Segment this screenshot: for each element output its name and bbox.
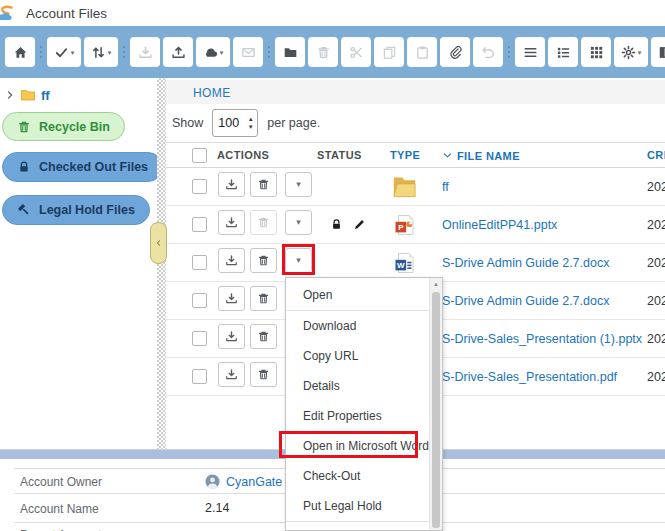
page-size-prefix-label: Show xyxy=(172,116,203,130)
list-view-button[interactable] xyxy=(515,37,545,67)
row-download-button[interactable] xyxy=(218,324,245,349)
select-all-checkbox[interactable] xyxy=(192,148,207,163)
file-row-2: ▾POnlineEditPP41.pptx202 xyxy=(166,206,665,244)
created-date-cell: 202 xyxy=(647,332,665,346)
account-owner-link[interactable]: CyanGate T xyxy=(226,475,293,489)
chevron-right-icon xyxy=(5,90,15,100)
panel-view-button[interactable] xyxy=(651,37,665,67)
paste-icon xyxy=(415,45,430,60)
row-checkbox[interactable] xyxy=(192,217,207,232)
page-header: Account Files xyxy=(0,0,665,26)
traydown-icon xyxy=(225,254,238,267)
powerpoint-file-icon: P xyxy=(392,213,416,237)
menu-item-details[interactable]: Details xyxy=(286,371,429,401)
download-button xyxy=(130,37,160,67)
row-checkbox[interactable] xyxy=(192,369,207,384)
row-download-button[interactable] xyxy=(218,210,245,235)
row-delete-button[interactable] xyxy=(250,286,277,311)
traydown-icon xyxy=(225,216,238,229)
file-name-link[interactable]: OnlineEditPP41.pptx xyxy=(442,218,557,232)
select-button[interactable]: ▾ xyxy=(47,37,81,67)
caret-down-icon: ▾ xyxy=(296,180,301,189)
table-header: ACTIONS STATUS TYPE FILE NAME CRE xyxy=(166,142,665,168)
folder-icon xyxy=(283,45,298,60)
checked-out-files-button[interactable]: Checked Out Files xyxy=(2,152,163,182)
type-column-header[interactable]: TYPE xyxy=(390,143,420,168)
field-value: 2.14 xyxy=(205,501,229,515)
grid-view-button[interactable] xyxy=(581,37,611,67)
folder-icon xyxy=(20,87,36,103)
page-size-stepper[interactable]: ▲▼ xyxy=(244,110,257,136)
breadcrumb-home-link[interactable]: HOME xyxy=(193,86,231,100)
upload-button[interactable] xyxy=(163,37,193,67)
created-date-cell: 202 xyxy=(647,294,665,308)
s-drive-logo-icon xyxy=(0,4,17,22)
menu-item-copy-url[interactable]: Copy URL xyxy=(286,341,429,371)
row-delete-button[interactable] xyxy=(250,324,277,349)
trash-icon xyxy=(257,216,270,229)
page-size-input[interactable]: 100 ▲▼ xyxy=(212,109,258,137)
row-download-button[interactable] xyxy=(218,172,245,197)
row-download-button[interactable] xyxy=(218,362,245,387)
lock-icon xyxy=(330,217,343,232)
copy-icon xyxy=(382,45,397,60)
legal-hold-files-button[interactable]: Legal Hold Files xyxy=(2,195,150,225)
paste-button xyxy=(407,37,437,67)
recycle-bin-button[interactable]: Recycle Bin xyxy=(2,112,125,141)
file-name-link[interactable]: S-Drive Admin Guide 2.7.docx xyxy=(442,294,609,308)
actions-column-header: ACTIONS xyxy=(217,143,269,168)
file-name-link[interactable]: ff xyxy=(442,180,449,194)
row-actions-menu-button[interactable]: ▾ xyxy=(285,210,312,235)
attach-button[interactable] xyxy=(440,37,470,67)
home-button[interactable] xyxy=(5,37,35,67)
scrollbar-thumb[interactable] xyxy=(432,292,440,528)
created-column-header[interactable]: CRE xyxy=(647,143,665,168)
menu-item-open[interactable]: Open xyxy=(286,280,429,310)
file-name-link[interactable]: S-Drive Admin Guide 2.7.docx xyxy=(442,256,609,270)
row-delete-button[interactable] xyxy=(250,248,277,273)
caret-down-icon: ▾ xyxy=(108,49,112,56)
pill-label: Checked Out Files xyxy=(39,160,148,174)
row-delete-button[interactable] xyxy=(250,172,277,197)
scroll-up-arrow-icon[interactable]: ▲ xyxy=(430,278,442,291)
detail-list-view-button[interactable] xyxy=(548,37,578,67)
caret-down-icon: ▾ xyxy=(638,49,642,56)
menu-item-edit-properties[interactable]: Edit Properties xyxy=(286,401,429,431)
folder-tree-item[interactable]: ff xyxy=(5,87,157,103)
row-delete-button[interactable] xyxy=(250,362,277,387)
email-button xyxy=(233,37,263,67)
increment-arrow-icon[interactable]: ▲ xyxy=(248,116,254,122)
sort-button[interactable]: ▾ xyxy=(84,37,118,67)
breadcrumb: HOME xyxy=(166,80,665,104)
menu-item-put-legal-hold[interactable]: Put Legal Hold xyxy=(286,491,429,521)
cloud-upload-button[interactable]: ▾ xyxy=(196,37,230,67)
menu-divider xyxy=(286,521,429,522)
new-folder-button[interactable] xyxy=(275,37,305,67)
row-checkbox[interactable] xyxy=(192,179,207,194)
sidebar-collapse-button[interactable] xyxy=(150,222,167,264)
sort-icon xyxy=(91,45,106,60)
row-actions-menu-button[interactable]: ▾ xyxy=(285,172,312,197)
row-download-button[interactable] xyxy=(218,248,245,273)
file-name-column-header[interactable]: FILE NAME xyxy=(442,143,520,168)
context-menu-scrollbar[interactable]: ▲ xyxy=(429,278,442,530)
menu-item-check-out[interactable]: Check-Out xyxy=(286,461,429,491)
scissors-icon xyxy=(349,45,364,60)
toolbar-separator xyxy=(266,37,272,67)
row-checkbox[interactable] xyxy=(192,331,207,346)
settings-button[interactable]: ▾ xyxy=(614,37,648,67)
row-download-button[interactable] xyxy=(218,286,245,311)
menu-item-download[interactable]: Download xyxy=(286,311,429,341)
file-name-link[interactable]: S-Drive-Sales_Presentation.pdf xyxy=(442,370,617,384)
panel-icon xyxy=(659,45,665,60)
gavel-icon xyxy=(17,203,31,217)
file-name-link[interactable]: S-Drive-Sales_Presentation (1).pptx xyxy=(442,332,642,346)
decrement-arrow-icon[interactable]: ▼ xyxy=(248,124,254,130)
row-checkbox[interactable] xyxy=(192,293,207,308)
caret-down-icon: ▾ xyxy=(71,49,75,56)
row-checkbox[interactable] xyxy=(192,255,207,270)
menu-item-open-in-microsoft-word[interactable]: Open in Microsoft Word xyxy=(286,431,429,461)
page-size-value: 100 xyxy=(213,110,244,136)
row-actions-menu-button[interactable]: ▾ xyxy=(285,248,312,273)
context-menu: OpenDownloadCopy URLDetailsEdit Properti… xyxy=(285,277,443,531)
